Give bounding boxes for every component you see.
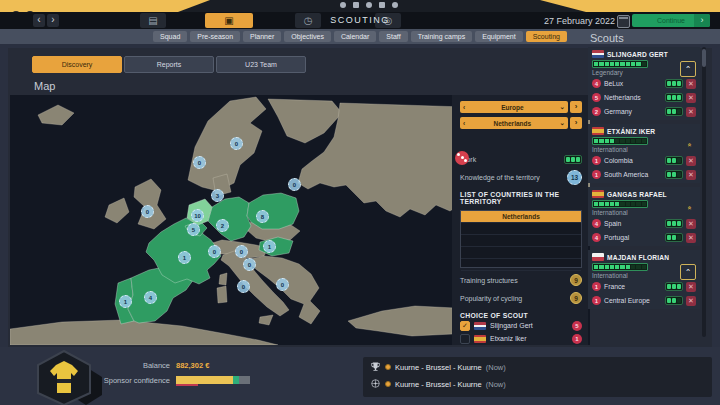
map-marker-serbia[interactable]: 0 <box>276 278 289 291</box>
event-row[interactable]: Kuurne - Brussel - Kuurne (Now) <box>370 377 712 391</box>
continue-button[interactable]: Continue › <box>632 14 710 27</box>
country-select[interactable]: ‹ Netherlands ⌄ <box>460 117 568 129</box>
remove-territory-button[interactable]: ✕ <box>686 156 696 166</box>
collapse-chevron-icon[interactable]: ⌃ <box>680 264 696 280</box>
knowledge-segment <box>667 172 671 177</box>
territory-mission-count: 1 <box>592 170 601 179</box>
scout-skill-bar <box>592 60 648 68</box>
popularity-label: Popularity of cycling <box>460 295 522 302</box>
skill-segment <box>599 265 603 269</box>
knowledge-segment <box>677 109 681 114</box>
country-next-button[interactable]: › <box>570 117 582 129</box>
map-marker-italy[interactable]: 0 <box>237 280 250 293</box>
territory-row-france: 1France✕ <box>592 280 696 293</box>
map-marker-denmark[interactable]: 3 <box>211 189 224 202</box>
race-wheel-icon <box>370 378 381 391</box>
map-marker-france[interactable]: 1 <box>178 251 191 264</box>
map-marker-norway-south[interactable]: 0 <box>193 156 206 169</box>
remove-territory-button[interactable]: ✕ <box>686 79 696 89</box>
map-marker-hungary[interactable]: 1 <box>263 240 276 253</box>
skill-segment <box>626 265 630 269</box>
skill-segment <box>615 139 619 143</box>
bell-icon[interactable] <box>340 2 346 8</box>
training-structures-badge: 9 <box>570 274 582 286</box>
settings-icon[interactable] <box>366 2 372 8</box>
tab-reports[interactable]: Reports <box>124 56 214 73</box>
subnav-tab-equipment[interactable]: Equipment <box>475 31 522 42</box>
continent-next-button[interactable]: › <box>570 101 582 113</box>
territory-mission-count: 1 <box>592 282 601 291</box>
subnav-tab-objectives[interactable]: Objectives <box>284 31 331 42</box>
remove-territory-button[interactable]: ✕ <box>686 233 696 243</box>
territory-knowledge-rating <box>665 107 683 116</box>
event-status-dot <box>385 381 391 387</box>
skill-segment <box>605 265 609 269</box>
work-segment <box>576 157 580 162</box>
skill-segment <box>610 202 614 206</box>
remove-territory-button[interactable]: ✕ <box>686 107 696 117</box>
subnav-tab-scouting[interactable]: Scouting <box>526 31 567 42</box>
scout-checkbox[interactable]: ✓ <box>460 321 470 331</box>
power-icon[interactable] <box>392 2 398 8</box>
random-country-icon[interactable] <box>455 151 469 165</box>
subnav-tab-planner[interactable]: Planner <box>243 31 281 42</box>
event-row[interactable]: Kuurne - Brussel - Kuurne (Now) <box>370 360 712 374</box>
country-list-item-selected[interactable]: Netherlands <box>461 211 581 223</box>
promote-double-chevron-icon[interactable]: « <box>682 138 696 152</box>
remove-territory-button[interactable]: ✕ <box>686 282 696 292</box>
map-marker-belgium[interactable]: 5 <box>187 223 200 236</box>
map-marker-slovenia[interactable]: 0 <box>243 258 256 271</box>
info-icon[interactable] <box>379 2 385 8</box>
map-marker-spain[interactable]: 4 <box>144 291 157 304</box>
subnav-tab-training-camps[interactable]: Training camps <box>411 31 473 42</box>
choice-of-scout-header: CHOICE OF SCOUT <box>460 312 582 319</box>
remove-territory-button[interactable]: ✕ <box>686 296 696 306</box>
collapse-chevron-icon[interactable]: ⌃ <box>680 61 696 77</box>
map-marker-germany[interactable]: 2 <box>216 219 229 232</box>
map-marker-austria[interactable]: 0 <box>235 245 248 258</box>
knowledge-segment <box>677 172 681 177</box>
knowledge-segment <box>677 158 681 163</box>
tab-u23-team[interactable]: U23 Team <box>216 56 306 73</box>
subnav-tab-staff[interactable]: Staff <box>379 31 407 42</box>
skill-segment <box>620 139 624 143</box>
skill-segment <box>631 62 635 66</box>
scrollbar-thumb[interactable] <box>702 49 706 67</box>
skill-segment <box>615 62 619 66</box>
scout-card-slijngard-gert: SLIJNGARD GERTLegendary⌃4BeLux✕5Netherla… <box>588 47 700 120</box>
skill-segment <box>631 265 635 269</box>
map-marker-switzerland[interactable]: 0 <box>208 245 221 258</box>
knowledge-segment <box>667 109 671 114</box>
scout-option-etxaniz-iker[interactable]: Etxaniz Iker1 <box>460 332 582 345</box>
knowledge-segment <box>677 95 681 100</box>
tab-discovery[interactable]: Discovery <box>32 56 122 73</box>
subnav-tab-squad[interactable]: Squad <box>153 31 187 42</box>
subnav-tab-pre-season[interactable]: Pre-season <box>190 31 240 42</box>
map-marker-norway[interactable]: 0 <box>230 137 243 150</box>
home-icon[interactable] <box>353 2 359 8</box>
scout-card-gangas-rafael: GANGAS RAFAELInternational«4Spain✕4Portu… <box>588 187 700 246</box>
remove-territory-button[interactable]: ✕ <box>686 170 696 180</box>
map-marker-united-kingdom[interactable]: 0 <box>141 205 154 218</box>
skill-segment <box>599 139 603 143</box>
map-marker-netherlands[interactable]: 10 <box>191 209 204 222</box>
scouts-scrollbar[interactable] <box>702 47 706 337</box>
scout-name: GANGAS RAFAEL <box>607 191 667 198</box>
map-marker-portugal[interactable]: 1 <box>119 295 132 308</box>
skill-segment <box>636 202 640 206</box>
scout-card-header: ETXÁNIZ IKER <box>592 127 696 135</box>
promote-double-chevron-icon[interactable]: « <box>682 201 696 215</box>
map-marker-baltics[interactable]: 0 <box>288 178 301 191</box>
scout-checkbox[interactable] <box>460 334 470 344</box>
scout-option-name: Etxaniz Iker <box>490 335 527 342</box>
calendar-icon[interactable] <box>617 15 630 28</box>
continent-select[interactable]: ‹ Europe ⌄ <box>460 101 568 113</box>
training-structures-label: Training structures <box>460 277 518 284</box>
remove-territory-button[interactable]: ✕ <box>686 219 696 229</box>
knowledge-segment <box>667 95 671 100</box>
map-marker-poland[interactable]: 8 <box>256 210 269 223</box>
remove-territory-button[interactable]: ✕ <box>686 93 696 103</box>
scout-option-slijngard-gert[interactable]: ✓Slijngard Gert5 <box>460 319 582 332</box>
subnav-tab-calendar[interactable]: Calendar <box>334 31 376 42</box>
country-list-item-empty <box>461 247 581 259</box>
